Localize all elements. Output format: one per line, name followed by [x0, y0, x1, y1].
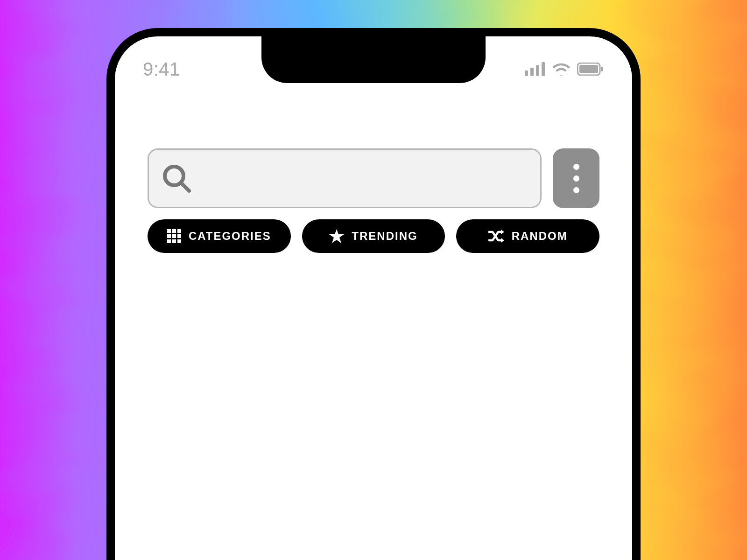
- svg-rect-10: [167, 229, 171, 233]
- grid-icon: [167, 229, 181, 243]
- search-input[interactable]: [148, 148, 542, 208]
- phone-frame: 9:41: [106, 28, 641, 560]
- status-bar: 9:41: [115, 55, 632, 83]
- wifi-icon: [552, 62, 571, 76]
- svg-rect-1: [525, 70, 528, 76]
- svg-rect-6: [579, 65, 598, 73]
- svg-rect-13: [167, 234, 171, 238]
- trending-label: TRENDING: [352, 230, 417, 243]
- svg-marker-19: [329, 229, 344, 243]
- battery-icon: [577, 63, 604, 76]
- more-options-button[interactable]: [553, 148, 599, 208]
- svg-rect-18: [177, 239, 181, 243]
- categories-label: CATEGORIES: [189, 230, 271, 243]
- cellular-signal-icon: [525, 62, 545, 76]
- random-label: RANDOM: [512, 230, 568, 243]
- svg-marker-20: [501, 230, 504, 234]
- random-button[interactable]: RANDOM: [456, 219, 599, 253]
- status-time: 9:41: [143, 60, 180, 78]
- svg-rect-7: [601, 67, 603, 71]
- svg-rect-12: [177, 229, 181, 233]
- more-vertical-icon: [573, 164, 579, 193]
- svg-rect-11: [172, 229, 176, 233]
- svg-line-9: [181, 183, 189, 191]
- svg-rect-15: [177, 234, 181, 238]
- svg-rect-17: [172, 239, 176, 243]
- svg-marker-21: [501, 238, 504, 243]
- svg-rect-3: [536, 65, 539, 76]
- star-icon: [329, 229, 344, 244]
- shuffle-icon: [488, 230, 504, 243]
- svg-rect-16: [167, 239, 171, 243]
- svg-rect-2: [530, 68, 534, 76]
- svg-rect-14: [172, 234, 176, 238]
- categories-button[interactable]: CATEGORIES: [148, 219, 291, 253]
- search-icon: [160, 162, 193, 195]
- trending-button[interactable]: TRENDING: [302, 219, 445, 253]
- svg-rect-4: [542, 62, 545, 76]
